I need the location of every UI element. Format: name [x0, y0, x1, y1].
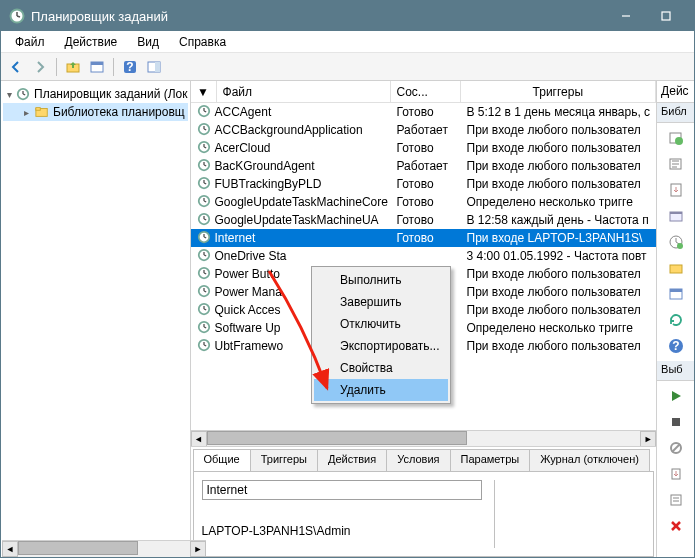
- tab-triggers[interactable]: Триггеры: [250, 449, 318, 471]
- actions-icons-bottom: [657, 381, 694, 541]
- menu-action[interactable]: Действие: [55, 33, 128, 51]
- tree-root-label: Планировщик заданий (Лок: [34, 87, 188, 101]
- actions-icons-top: ?: [657, 123, 694, 361]
- task-trigger: При входе любого пользовател: [461, 159, 657, 173]
- menu-view[interactable]: Вид: [127, 33, 169, 51]
- new-folder-icon[interactable]: [667, 259, 685, 277]
- grid-hscroll[interactable]: ◄ ►: [191, 430, 657, 446]
- context-disable[interactable]: Отключить: [314, 313, 448, 335]
- column-status[interactable]: Сос...: [391, 81, 461, 102]
- forward-button[interactable]: [29, 56, 51, 78]
- scroll-left[interactable]: ◄: [191, 431, 207, 447]
- refresh-icon[interactable]: [667, 311, 685, 329]
- context-export[interactable]: Экспортировать...: [314, 335, 448, 357]
- panel2-button[interactable]: [143, 56, 165, 78]
- task-trigger: При входе LAPTOP-L3PANH1S\: [461, 231, 657, 245]
- enable-history-icon[interactable]: [667, 233, 685, 251]
- task-name: GoogleUpdateTaskMachineUA: [215, 213, 379, 227]
- task-row[interactable]: OneDrive Sta3 4:00 01.05.1992 - Частота …: [191, 247, 657, 265]
- column-file[interactable]: Файл: [217, 81, 391, 102]
- clock-icon: [197, 122, 211, 139]
- expand-icon[interactable]: ▾: [7, 89, 12, 100]
- context-end[interactable]: Завершить: [314, 291, 448, 313]
- context-properties[interactable]: Свойства: [314, 357, 448, 379]
- task-row[interactable]: GoogleUpdateTaskMachineUAГотовоВ 12:58 к…: [191, 211, 657, 229]
- scroll-track[interactable]: [207, 431, 641, 447]
- import-task-icon[interactable]: [667, 181, 685, 199]
- tab-general[interactable]: Общие: [193, 449, 251, 471]
- task-name: Software Up: [215, 321, 281, 335]
- scroll-left[interactable]: ◄: [2, 541, 18, 557]
- actions-header: Дейс: [657, 81, 694, 103]
- tab-history[interactable]: Журнал (отключен): [529, 449, 650, 471]
- clock-icon: [197, 212, 211, 229]
- folder-up-button[interactable]: [62, 56, 84, 78]
- svg-line-37: [204, 219, 206, 220]
- clock-icon: [197, 284, 211, 301]
- export-icon[interactable]: [667, 465, 685, 483]
- task-row[interactable]: AcerCloudГотовоПри входе любого пользова…: [191, 139, 657, 157]
- view-icon[interactable]: [667, 285, 685, 303]
- maximize-button[interactable]: [646, 1, 686, 31]
- task-row[interactable]: GoogleUpdateTaskMachineCoreГотовоОпредел…: [191, 193, 657, 211]
- scroll-thumb[interactable]: [207, 431, 467, 445]
- tab-actions[interactable]: Действия: [317, 449, 387, 471]
- menu-file[interactable]: Файл: [5, 33, 55, 51]
- context-menu: Выполнить Завершить Отключить Экспортиро…: [311, 266, 451, 404]
- task-name-input[interactable]: [202, 480, 482, 500]
- clock-icon: [197, 158, 211, 175]
- show-running-icon[interactable]: [667, 207, 685, 225]
- create-task-icon[interactable]: [667, 155, 685, 173]
- scroll-right[interactable]: ►: [190, 541, 206, 557]
- help-icon[interactable]: ?: [667, 337, 685, 355]
- task-row[interactable]: BacKGroundAgentРаботаетПри входе любого …: [191, 157, 657, 175]
- tabs: Общие Триггеры Действия Условия Параметр…: [193, 449, 655, 471]
- scroll-thumb[interactable]: [18, 541, 138, 555]
- svg-line-31: [204, 183, 206, 184]
- svg-line-14: [23, 94, 25, 95]
- task-trigger: При входе любого пользовател: [461, 267, 657, 281]
- task-status: Работает: [391, 159, 461, 173]
- task-row[interactable]: InternetГотовоПри входе LAPTOP-L3PANH1S\: [191, 229, 657, 247]
- column-triggers[interactable]: Триггеры: [461, 81, 657, 102]
- tab-settings[interactable]: Параметры: [450, 449, 531, 471]
- end-icon[interactable]: [667, 413, 685, 431]
- svg-rect-16: [36, 108, 40, 111]
- create-basic-task-icon[interactable]: [667, 129, 685, 147]
- run-icon[interactable]: [667, 387, 685, 405]
- svg-line-74: [672, 444, 680, 452]
- clock-icon: [197, 248, 211, 265]
- task-status: Готово: [391, 177, 461, 191]
- disable-icon[interactable]: [667, 439, 685, 457]
- expand-icon[interactable]: ▸: [21, 107, 31, 118]
- back-button[interactable]: [5, 56, 27, 78]
- svg-rect-76: [671, 495, 681, 505]
- panel-button[interactable]: [86, 56, 108, 78]
- tab-conditions[interactable]: Условия: [386, 449, 450, 471]
- delete-icon[interactable]: [667, 517, 685, 535]
- context-delete[interactable]: Удалить: [314, 379, 448, 401]
- divider: [494, 480, 495, 548]
- task-row[interactable]: ACCBackgroundApplicationРаботаетПри вход…: [191, 121, 657, 139]
- scroll-track[interactable]: [18, 541, 190, 557]
- tree-hscroll[interactable]: ◄ ►: [2, 540, 206, 556]
- clock-icon: [197, 338, 211, 355]
- menu-help[interactable]: Справка: [169, 33, 236, 51]
- task-row[interactable]: FUBTrackingByPLDГотовоПри входе любого п…: [191, 175, 657, 193]
- window-title: Планировщик заданий: [31, 9, 606, 24]
- task-trigger: При входе любого пользовател: [461, 177, 657, 191]
- tree-library[interactable]: ▸ Библиотека планировщ: [3, 103, 188, 121]
- task-name: ACCBackgroundApplication: [215, 123, 363, 137]
- column-sort[interactable]: ▼: [191, 81, 217, 102]
- tree-root[interactable]: ▾ Планировщик заданий (Лок: [3, 85, 188, 103]
- task-trigger: Определено несколько тригге: [461, 321, 657, 335]
- scroll-right[interactable]: ►: [640, 431, 656, 447]
- task-status: Готово: [391, 105, 461, 119]
- context-run[interactable]: Выполнить: [314, 269, 448, 291]
- task-status: Готово: [391, 141, 461, 155]
- task-name: BacKGroundAgent: [215, 159, 315, 173]
- minimize-button[interactable]: [606, 1, 646, 31]
- properties-icon[interactable]: [667, 491, 685, 509]
- help-button[interactable]: ?: [119, 56, 141, 78]
- task-row[interactable]: ACCAgentГотовоВ 5:12 в 1 день месяца янв…: [191, 103, 657, 121]
